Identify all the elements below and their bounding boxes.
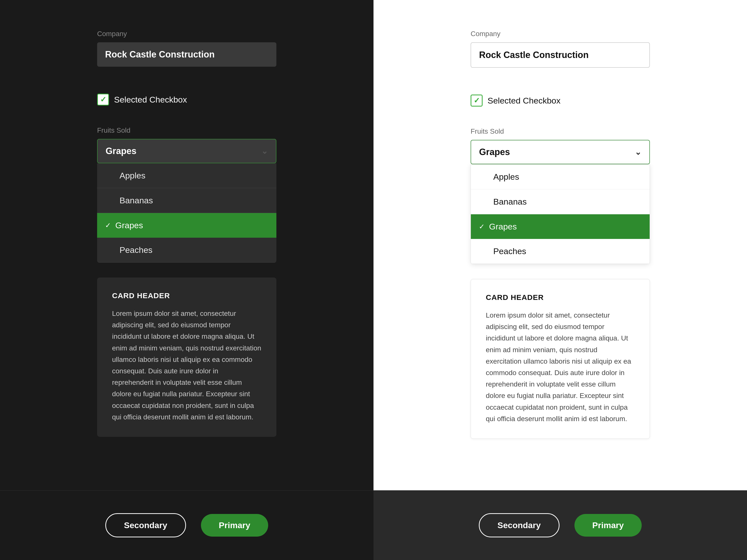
- card: CARD HEADER Lorem ipsum dolor sit amet, …: [97, 277, 276, 437]
- checkbox[interactable]: ✓: [471, 95, 483, 107]
- company-label: Company: [471, 30, 650, 38]
- check-icon: ✓: [100, 96, 106, 103]
- dropdown-item-label: Grapes: [489, 222, 517, 232]
- checkbox-section: ✓ Selected Checkbox: [471, 95, 650, 118]
- fruits-label: Fruits Sold: [471, 128, 650, 135]
- card-body: Lorem ipsum dolor sit amet, consectetur …: [486, 310, 635, 425]
- dropdown-selected-value: Grapes: [479, 147, 510, 157]
- primary-button[interactable]: Primary: [201, 514, 268, 537]
- dropdown-item-grapes[interactable]: ✓ Grapes: [471, 214, 650, 239]
- fruits-label: Fruits Sold: [97, 127, 276, 134]
- right-footer: Secondary Primary: [374, 490, 747, 560]
- chevron-down-icon: ⌄: [261, 146, 268, 156]
- fruits-section: Fruits Sold Grapes ⌄ Apples Bananas ✓ Gr…: [471, 128, 650, 264]
- dropdown-container: Grapes ⌄ Apples Bananas ✓ Grapes: [97, 139, 276, 263]
- checkbox-section: ✓ Selected Checkbox: [97, 94, 276, 117]
- check-icon: ✓: [105, 221, 111, 230]
- check-icon: ✓: [473, 97, 480, 104]
- secondary-button[interactable]: Secondary: [479, 513, 560, 537]
- dropdown-menu: Apples Bananas ✓ Grapes Peaches: [97, 163, 276, 263]
- checkbox-row[interactable]: ✓ Selected Checkbox: [471, 95, 650, 107]
- dropdown-selected-value: Grapes: [106, 146, 136, 156]
- dropdown-item-apples[interactable]: Apples: [97, 163, 276, 188]
- dropdown-item-grapes[interactable]: ✓ Grapes: [97, 213, 276, 238]
- dropdown-item-label: Apples: [120, 171, 146, 181]
- right-panel: Company ✓ Selected Checkbox Fruits Sold …: [374, 0, 747, 560]
- dropdown-container: Grapes ⌄ Apples Bananas ✓ Grapes: [471, 140, 650, 264]
- dropdown-item-label: Bananas: [120, 196, 153, 205]
- dropdown-item-peaches[interactable]: Peaches: [97, 238, 276, 263]
- dropdown-menu: Apples Bananas ✓ Grapes Peaches: [471, 164, 650, 264]
- checkbox-row[interactable]: ✓ Selected Checkbox: [97, 94, 276, 106]
- dropdown-item-apples[interactable]: Apples: [471, 164, 650, 189]
- dropdown-trigger[interactable]: Grapes ⌄: [97, 139, 276, 163]
- dropdown-item-label: Apples: [493, 172, 519, 182]
- company-section: Company: [97, 30, 276, 79]
- primary-button[interactable]: Primary: [574, 514, 642, 537]
- dropdown-item-label: Peaches: [493, 246, 526, 256]
- dropdown-item-label: Peaches: [120, 245, 152, 255]
- checkbox-label: Selected Checkbox: [114, 95, 187, 105]
- dropdown-item-label: Grapes: [115, 220, 143, 230]
- fruits-section: Fruits Sold Grapes ⌄ Apples Bananas ✓ Gr…: [97, 127, 276, 263]
- card-header: CARD HEADER: [112, 291, 261, 300]
- company-label: Company: [97, 30, 276, 38]
- card: CARD HEADER Lorem ipsum dolor sit amet, …: [471, 279, 650, 439]
- dropdown-trigger[interactable]: Grapes ⌄: [471, 140, 650, 164]
- card-body: Lorem ipsum dolor sit amet, consectetur …: [112, 308, 261, 423]
- dropdown-item-bananas[interactable]: Bananas: [471, 189, 650, 214]
- company-input[interactable]: [97, 42, 276, 67]
- left-footer: Secondary Primary: [0, 490, 374, 560]
- chevron-down-icon: ⌄: [635, 148, 641, 157]
- dropdown-item-peaches[interactable]: Peaches: [471, 239, 650, 264]
- card-header: CARD HEADER: [486, 293, 635, 302]
- left-panel: Company ✓ Selected Checkbox Fruits Sold …: [0, 0, 374, 560]
- checkbox-label: Selected Checkbox: [488, 96, 561, 106]
- check-icon: ✓: [479, 222, 485, 231]
- dropdown-item-label: Bananas: [493, 197, 526, 207]
- secondary-button[interactable]: Secondary: [105, 513, 186, 537]
- company-section: Company: [471, 30, 650, 80]
- company-input[interactable]: [471, 42, 650, 68]
- checkbox[interactable]: ✓: [97, 94, 109, 106]
- dropdown-item-bananas[interactable]: Bananas: [97, 188, 276, 213]
